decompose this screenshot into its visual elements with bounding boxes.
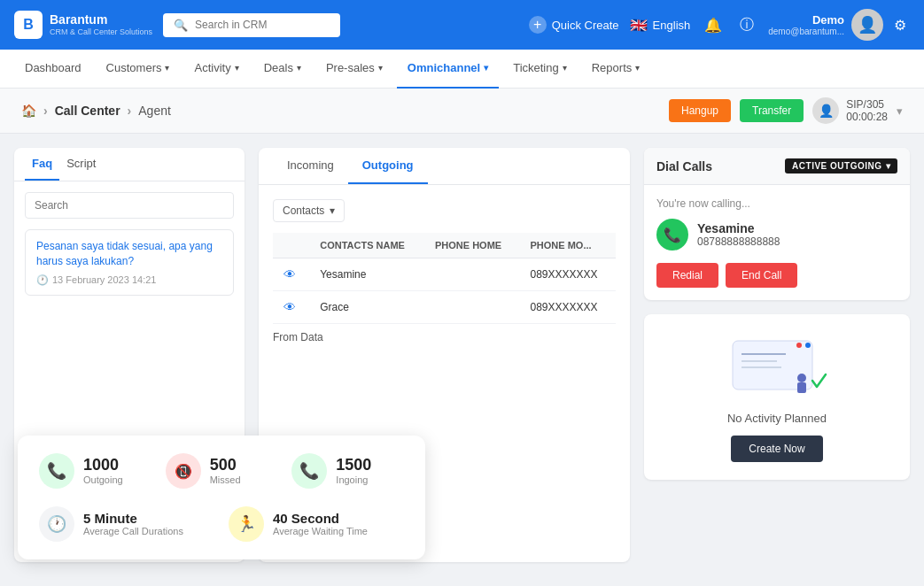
plus-icon: + [529, 16, 547, 34]
svg-point-4 [796, 343, 802, 348]
stat-outgoing: 📞 1000 Outgoing [39, 453, 151, 489]
search-bar[interactable]: 🔍 [163, 13, 340, 37]
clock-icon: 🕐 [39, 506, 74, 542]
tab-outgoing[interactable]: Outgoing [348, 148, 428, 184]
calling-avatar: 📞 [656, 219, 688, 251]
right-panel: Dial Calls ACTIVE OUTGOING ▾ You're now … [644, 148, 910, 562]
col-header-eye [273, 233, 309, 258]
stat-ingoing: 📞 1500 Ingoing [291, 453, 404, 489]
chevron-down-icon: ▾ [886, 161, 891, 171]
sip-info: 👤 SIP/305 00:00:28 [812, 97, 888, 124]
create-now-button[interactable]: Create Now [731, 436, 822, 462]
left-tab-row: Faq Script [14, 148, 245, 181]
settings-icon[interactable]: ⚙ [890, 13, 910, 37]
logo-area: B Barantum CRM & Call Center Solutions [14, 11, 152, 39]
chevron-down-icon: ▾ [378, 63, 383, 73]
top-navigation: B Barantum CRM & Call Center Solutions 🔍… [0, 0, 924, 50]
menu-item-ticketing[interactable]: Ticketing ▾ [502, 50, 578, 89]
from-data-label: From Data [273, 324, 616, 351]
menu-item-activity[interactable]: Activity ▾ [183, 50, 249, 89]
sip-avatar: 👤 [812, 97, 839, 124]
menu-item-deals[interactable]: Deals ▾ [253, 50, 312, 89]
table-row: 👁 Grace 089XXXXXXX [273, 291, 616, 324]
language-button[interactable]: 🇬🇧 English [630, 17, 691, 34]
faq-card: Pesanan saya tidak sesuai, apa yang haru… [25, 229, 234, 296]
chevron-down-icon: ▾ [235, 63, 239, 73]
logo-icon: B [14, 11, 43, 39]
menu-item-customers[interactable]: Customers ▾ [96, 50, 181, 89]
stat-avg-wait: 🏃 40 Second Average Waiting Time [229, 506, 404, 542]
wait-icon: 🏃 [229, 506, 264, 542]
avatar: 👤 [851, 9, 883, 41]
contacts-table: CONTACTS NAME PHONE HOME PHONE MO... 👁 Y… [273, 233, 616, 324]
search-icon: 🔍 [174, 19, 188, 32]
menu-navigation: Dashboard Customers ▾ Activity ▾ Deals ▾… [0, 50, 924, 89]
call-tabs: Incoming Outgoing [259, 148, 630, 185]
quick-create-button[interactable]: + Quick Create [529, 16, 619, 34]
stats-bottom-grid: 🕐 5 Minute Average Call Durations 🏃 40 S… [39, 506, 404, 542]
eye-icon[interactable]: 👁 [283, 300, 296, 314]
menu-item-dashboard[interactable]: Dashboard [14, 50, 92, 89]
menu-item-reports[interactable]: Reports ▾ [581, 50, 651, 89]
left-panel-body: Pesanan saya tidak sesuai, apa yang haru… [14, 181, 245, 306]
svg-point-6 [797, 374, 806, 382]
faq-search-input[interactable] [25, 192, 234, 219]
ingoing-icon: 📞 [291, 453, 327, 489]
dial-card: Dial Calls ACTIVE OUTGOING ▾ You're now … [644, 148, 910, 300]
tab-script[interactable]: Script [59, 148, 103, 181]
chevron-down-icon: ▾ [165, 63, 169, 73]
notification-button[interactable]: 🔔 [701, 13, 726, 37]
search-input[interactable] [195, 19, 319, 31]
missed-icon: 📵 [166, 453, 201, 489]
outgoing-icon: 📞 [39, 453, 74, 489]
chevron-down-icon[interactable]: ▾ [897, 104, 903, 118]
help-button[interactable]: ⓘ [736, 12, 757, 38]
dial-actions: Redial End Call [656, 263, 897, 288]
col-header-phone-home: PHONE HOME [424, 233, 520, 258]
faq-date: 🕐 13 February 2023 14:21 [36, 274, 222, 286]
flag-icon: 🇬🇧 [630, 17, 648, 34]
stat-avg-duration: 🕐 5 Minute Average Call Durations [39, 506, 214, 542]
activity-card: No Activity Planned Create Now [644, 314, 910, 480]
chevron-down-icon: ▾ [484, 63, 488, 73]
contacts-dropdown[interactable]: Contacts ▾ [273, 199, 345, 222]
eye-icon[interactable]: 👁 [283, 267, 296, 281]
call-controls: Hangup Transfer 👤 SIP/305 00:00:28 ▾ [669, 97, 903, 124]
hangup-button[interactable]: Hangup [669, 99, 731, 122]
calling-contact: 📞 Yesamine 08788888888888 [656, 219, 897, 251]
user-menu[interactable]: Demo demo@barantum... 👤 ⚙ [768, 9, 910, 41]
transfer-button[interactable]: Transfer [740, 99, 804, 122]
chevron-down-icon: ▾ [635, 63, 640, 73]
menu-item-presales[interactable]: Pre-sales ▾ [315, 50, 393, 89]
home-icon: 🏠 [21, 104, 36, 118]
dial-card-body: You're now calling... 📞 Yesamine 0878888… [644, 185, 910, 300]
dial-card-header: Dial Calls ACTIVE OUTGOING ▾ [644, 148, 910, 185]
breadcrumb-bar: 🏠 › Call Center › Agent Hangup Transfer … [0, 89, 924, 134]
redial-button[interactable]: Redial [656, 263, 718, 288]
svg-point-5 [805, 343, 811, 348]
clock-icon: 🕐 [36, 274, 49, 286]
menu-item-omnichannel[interactable]: Omnichannel ▾ [397, 50, 499, 89]
stats-top-grid: 📞 1000 Outgoing 📵 500 Missed 📞 1500 Ingo… [39, 453, 404, 489]
svg-rect-7 [797, 382, 806, 393]
breadcrumb: 🏠 › Call Center › Agent [21, 104, 171, 118]
tab-faq[interactable]: Faq [25, 148, 59, 181]
brand-name: Barantum CRM & Call Center Solutions [50, 13, 152, 35]
chevron-down-icon: ▾ [563, 63, 567, 73]
col-header-name: CONTACTS NAME [309, 233, 424, 258]
user-info: Demo demo@barantum... [768, 13, 844, 36]
no-activity-text: No Activity Planned [727, 412, 827, 425]
center-body: Contacts ▾ CONTACTS NAME PHONE HOME PHON… [259, 185, 630, 365]
table-row: 👁 Yesamine 089XXXXXXX [273, 258, 616, 291]
chevron-down-icon: ▾ [330, 204, 335, 217]
tab-incoming[interactable]: Incoming [273, 148, 348, 184]
stat-missed: 📵 500 Missed [166, 453, 278, 489]
end-call-button[interactable]: End Call [726, 263, 797, 288]
contacts-filter: Contacts ▾ [273, 199, 616, 222]
active-outgoing-badge: ACTIVE OUTGOING ▾ [785, 158, 897, 173]
col-header-phone-mo: PHONE MO... [520, 233, 617, 258]
activity-illustration [724, 332, 830, 403]
stats-overlay: 📞 1000 Outgoing 📵 500 Missed 📞 1500 Ingo… [18, 436, 425, 559]
chevron-down-icon: ▾ [297, 63, 301, 73]
